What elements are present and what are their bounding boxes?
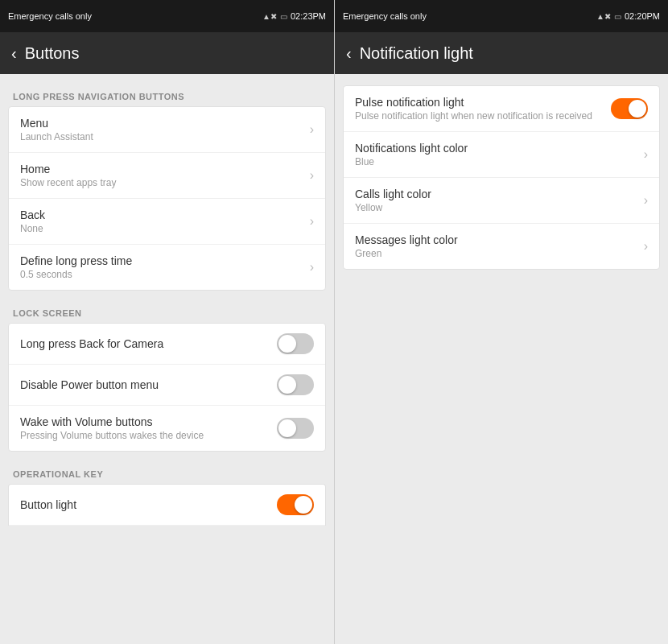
menu-title: Menu	[20, 117, 310, 130]
notifications-color-title: Notifications light color	[355, 142, 644, 155]
power-toggle-knob	[278, 376, 296, 394]
notification-light-panel: Emergency calls only ▲✖ ▭ 02:20PM ‹ Noti…	[334, 0, 668, 644]
back-item-text: Back None	[20, 208, 310, 234]
notifications-color-chevron-icon: ›	[644, 147, 648, 162]
longpress-item-text: Define long press time 0.5 seconds	[20, 254, 310, 280]
home-title: Home	[20, 163, 310, 175]
volume-subtitle: Pressing Volume buttons wakes the device	[20, 430, 277, 441]
list-item[interactable]: Back None ›	[9, 199, 325, 245]
menu-subtitle: Launch Assistant	[20, 131, 310, 142]
left-status-bar: Emergency calls only ▲✖ ▭ 02:23PM	[0, 0, 334, 32]
right-emergency-text: Emergency calls only	[343, 11, 427, 21]
right-status-icons: ▲✖ ▭ 02:20PM	[596, 11, 660, 21]
right-title: Notification light	[360, 44, 473, 63]
calls-color-subtitle: Yellow	[355, 202, 644, 213]
menu-chevron-icon: ›	[310, 122, 314, 137]
left-title: Buttons	[25, 44, 80, 63]
op-key-card: Button light	[8, 484, 326, 526]
pulse-toggle-knob	[629, 100, 646, 118]
back-chevron-icon: ›	[310, 214, 314, 229]
section-nav-label: LONG PRESS NAVIGATION BUTTONS	[8, 85, 326, 106]
button-light-item: Button light	[9, 485, 325, 526]
left-content: LONG PRESS NAVIGATION BUTTONS Menu Launc…	[0, 74, 334, 644]
notification-light-card: Pulse notification light Pulse notificat…	[343, 85, 660, 270]
list-item[interactable]: Define long press time 0.5 seconds ›	[9, 245, 325, 290]
power-item-text: Disable Power button menu	[20, 378, 277, 391]
volume-toggle-knob	[278, 419, 296, 437]
right-app-bar: ‹ Notification light	[335, 32, 668, 74]
button-light-text: Button light	[20, 498, 277, 511]
button-light-toggle[interactable]	[277, 494, 314, 515]
camera-item-text: Long press Back for Camera	[20, 337, 277, 350]
pulse-item-text: Pulse notification light Pulse notificat…	[355, 96, 611, 122]
lock-item-power: Disable Power button menu	[9, 365, 325, 406]
camera-toggle[interactable]	[277, 333, 314, 354]
right-content: Pulse notification light Pulse notificat…	[335, 74, 668, 644]
longpress-chevron-icon: ›	[310, 260, 314, 275]
left-app-bar: ‹ Buttons	[0, 32, 334, 74]
nav-buttons-card: Menu Launch Assistant › Home Show recent…	[8, 106, 326, 291]
volume-toggle[interactable]	[277, 418, 314, 439]
section-lock-label: LOCK SCREEN	[8, 302, 326, 323]
calls-color-item[interactable]: Calls light color Yellow ›	[344, 178, 659, 224]
right-battery-icon: ▭	[614, 12, 621, 21]
left-signal-icon: ▲✖	[262, 12, 277, 21]
longpress-subtitle: 0.5 seconds	[20, 269, 310, 280]
left-time: 02:23PM	[291, 11, 326, 21]
longpress-title: Define long press time	[20, 254, 310, 267]
volume-item-text: Wake with Volume buttons Pressing Volume…	[20, 415, 277, 441]
pulse-notification-item: Pulse notification light Pulse notificat…	[344, 86, 659, 132]
notifications-color-item[interactable]: Notifications light color Blue ›	[344, 132, 659, 178]
left-emergency-text: Emergency calls only	[8, 11, 92, 21]
calls-color-chevron-icon: ›	[644, 193, 648, 208]
right-status-bar: Emergency calls only ▲✖ ▭ 02:20PM	[335, 0, 668, 32]
pulse-toggle[interactable]	[611, 98, 648, 119]
pulse-subtitle: Pulse notification light when new notifi…	[355, 110, 611, 122]
lock-item-camera: Long press Back for Camera	[9, 324, 325, 365]
right-time: 02:20PM	[625, 11, 660, 21]
right-signal-icon: ▲✖	[596, 12, 611, 21]
lock-screen-card: Long press Back for Camera Disable Power…	[8, 323, 326, 452]
messages-color-chevron-icon: ›	[644, 239, 648, 254]
camera-title: Long press Back for Camera	[20, 337, 277, 350]
left-battery-icon: ▭	[280, 12, 287, 21]
calls-color-text: Calls light color Yellow	[355, 188, 644, 213]
button-light-knob	[295, 496, 312, 514]
buttons-panel: Emergency calls only ▲✖ ▭ 02:23PM ‹ Butt…	[0, 0, 334, 644]
calls-color-title: Calls light color	[355, 188, 644, 200]
list-item[interactable]: Menu Launch Assistant ›	[9, 107, 325, 153]
lock-item-volume: Wake with Volume buttons Pressing Volume…	[9, 406, 325, 451]
left-status-icons: ▲✖ ▭ 02:23PM	[262, 11, 326, 21]
button-light-title: Button light	[20, 498, 277, 511]
list-item[interactable]: Home Show recent apps tray ›	[9, 153, 325, 199]
messages-color-title: Messages light color	[355, 233, 644, 246]
messages-color-item[interactable]: Messages light color Green ›	[344, 224, 659, 269]
home-item-text: Home Show recent apps tray	[20, 163, 310, 188]
power-title: Disable Power button menu	[20, 378, 277, 391]
notifications-color-subtitle: Blue	[355, 156, 644, 167]
left-back-button[interactable]: ‹	[11, 44, 17, 63]
messages-color-subtitle: Green	[355, 248, 644, 259]
menu-item-text: Menu Launch Assistant	[20, 117, 310, 142]
camera-toggle-knob	[278, 335, 296, 353]
pulse-title: Pulse notification light	[355, 96, 611, 109]
notifications-color-text: Notifications light color Blue	[355, 142, 644, 167]
right-back-button[interactable]: ‹	[346, 44, 352, 63]
section-op-label: OPERATIONAL KEY	[8, 463, 326, 484]
home-chevron-icon: ›	[310, 168, 314, 183]
back-subtitle: None	[20, 223, 310, 234]
home-subtitle: Show recent apps tray	[20, 177, 310, 188]
back-title: Back	[20, 208, 310, 221]
volume-title: Wake with Volume buttons	[20, 415, 277, 428]
power-toggle[interactable]	[277, 374, 314, 395]
messages-color-text: Messages light color Green	[355, 233, 644, 259]
